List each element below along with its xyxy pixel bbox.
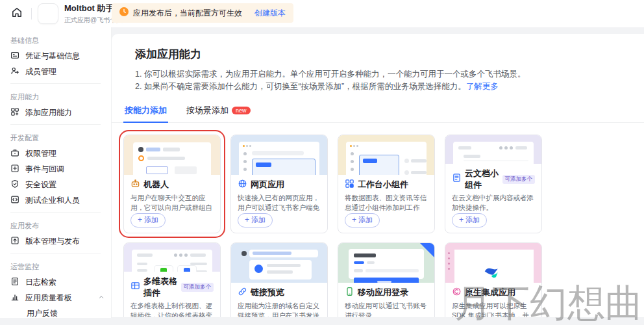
card-description: 在多维表格上制作视图、逻辑插件，让你的多维表格变得更强大。 [130,301,214,318]
log-document-icon [10,277,19,288]
mobile-phone-icon [345,287,354,299]
plus-icon: + [459,216,464,224]
card-robot[interactable]: 机器人 与用户在聊天中交互的应用，它可以向用户或群组自动发送消息、响应用户的消.… [123,135,221,233]
app-name: Moltbot 助手 [64,3,114,14]
card-description: 与用户在聊天中交互的应用，它可以向用户或群组自动发送消息、响应用户的消... [130,193,214,213]
sidebar-item-label: 测试企业和人员 [25,195,80,206]
new-badge: new [232,107,251,114]
docs-widget-preview-image [445,135,541,164]
sidebar-section-release: 应用发布 [0,216,111,233]
sidebar-item-label: 应用质量看板 [25,292,92,304]
sidebar-item-events[interactable]: 事件与回调 [0,161,111,177]
sidebar-item-security[interactable]: 安全设置 [0,177,111,192]
multi-add-badge: 可添加多个 [502,175,536,184]
top-header: Moltbot 助手 待上线 正式应用@飞书个人版 应用发布后，当前配置方可生效… [0,0,644,27]
sidebar-item-user-feedback[interactable]: 用户反馈 [0,306,111,318]
sidebar-item-label: 凭证与基础信息 [25,51,80,62]
multi-add-badge: 可添加多个 [181,283,214,292]
card-mobile-login[interactable]: 移动应用登录 移动应用可以通过飞书账号进行登录。 +添加 [338,242,435,318]
card-title: 机器人 [143,179,169,190]
card-description: 将数据图表、图文资讯等信息通过小组件添加到工作台。 [345,193,428,213]
header-divider [31,8,32,20]
card-base-plugin[interactable]: 多维表格插件 可添加多个 在多维表格上制作视图、逻辑插件，让你的多维表格变得更强… [123,242,221,318]
add-button[interactable]: +添加 [238,213,273,228]
sidebar-item-quality-dashboard[interactable]: 应用质量看板 [0,290,111,306]
card-title: 多维表格插件 [143,276,178,299]
sidebar-item-log-search[interactable]: 日志检索 [0,274,111,290]
page-title: 添加应用能力 [135,47,644,62]
add-button[interactable]: +添加 [345,213,380,228]
sidebar-item-permissions[interactable]: 权限管理 [0,146,111,161]
sidebar-subitem-label: 用户反馈 [27,308,58,318]
main-area: 添加应用能力 1. 你可以根据实际需求，为应用开启能力。单个应用可开启多种能力，… [112,27,644,325]
sidebar-item-label: 添加应用能力 [25,107,72,118]
card-title: 链接预览 [251,287,284,298]
robot-icon [130,179,140,191]
members-icon [10,66,19,77]
sidebar-item-label: 成员管理 [25,66,56,77]
card-native-app[interactable]: 原生集成应用 原生集成应用可以把原生 SDK 集成到飞书本地，并调用其中的对应方… [445,242,542,318]
card-docs-widget[interactable]: 云文档小组件 可添加多个 在云文档中扩展内容或者添加快捷操作。 +添加 [445,135,542,233]
event-callback-icon [10,164,19,175]
permission-icon [10,148,19,159]
sidebar-divider [10,124,101,125]
plus-icon: + [138,216,142,224]
create-version-link[interactable]: 创建版本 [254,8,286,19]
intro-line-1: 1. 你可以根据实际需求，为应用开启能力。单个应用可开启多种能力，一个能力可用于… [135,68,644,81]
add-button[interactable]: +添加 [130,213,166,228]
sidebar-section-dev-config: 开发配置 [0,129,111,146]
card-workplace-widget[interactable]: 工作台小组件 将数据图表、图文资讯等信息通过小组件添加到工作台。 +添加 [338,135,435,233]
learn-more-link[interactable]: 了解更多 [466,82,499,91]
tab-by-scenario[interactable]: 按场景添加new [185,102,252,122]
warning-clock-icon [119,7,129,19]
card-description: 移动应用可以通过飞书账号进行登录。 [345,301,428,318]
sidebar-item-credentials[interactable]: 凭证与基础信息 [0,48,111,64]
webapp-globe-icon [238,179,247,191]
native-app-preview-image [445,243,541,283]
bar-chart-icon [10,292,19,304]
sidebar-item-version-release[interactable]: 版本管理与发布 [0,233,111,249]
add-capability-icon [10,107,19,118]
plus-icon: + [352,216,356,224]
intro-text: 1. 你可以根据实际需求，为应用开启能力。单个应用可开启多种能力，一个能力可用于… [135,68,644,93]
sidebar-item-members[interactable]: 成员管理 [0,64,111,79]
card-link-preview[interactable]: 链接预览 应用能为注册的域名自定义链接预览，用户在飞书发送链接后，能在链接下方展… [230,242,328,318]
sidebar-item-add-capability[interactable]: 添加应用能力 [0,105,111,120]
home-icon [11,6,23,21]
link-preview-preview-image [231,243,327,283]
code-brackets-icon [10,195,19,206]
sidebar-section-capability: 应用能力 [0,88,111,105]
base-table-icon [130,281,140,293]
doc-widget-icon [452,173,462,185]
sidebar-item-test-company[interactable]: 测试企业和人员 [0,192,111,208]
robot-preview-image [124,135,220,175]
sidebar-item-label: 事件与回调 [25,164,64,175]
home-button[interactable] [8,5,25,22]
add-button[interactable]: +添加 [452,213,487,228]
plus-icon: + [245,216,249,224]
sidebar: 基础信息 凭证与基础信息 成员管理 应用能力 添加应用能力 开发配置 权限管理 … [0,27,112,318]
mobile-login-preview-image [338,243,434,283]
card-webapp[interactable]: 网页应用 快速接入已有的网页应用，用户可以通过飞书客户端免登录快速进入。 +添加 [230,135,328,233]
tabs: 按能力添加 按场景添加new [112,102,644,123]
card-description: 应用能为注册的域名自定义链接预览，用户在飞书发送链接后，能在链接下方展示... [238,301,321,318]
card-description: 在云文档中扩展内容或者添加快捷操作。 [452,193,535,213]
card-title: 原生集成应用 [465,287,515,298]
content-panel: 添加应用能力 1. 你可以根据实际需求，为应用开启能力。单个应用可开启多种能力，… [112,34,644,317]
webapp-preview-image [231,135,327,175]
intro-line-2: 2. 如果尚不确定需要添加什么能力，可切换至“按场景添加”，根据所需的业务场景选… [135,81,644,93]
credential-icon [10,51,19,62]
capability-grid: 机器人 与用户在聊天中交互的应用，它可以向用户或群组自动发送消息、响应用户的消.… [123,135,644,318]
sidebar-section-basic-info: 基础信息 [0,31,111,48]
tab-by-capability[interactable]: 按能力添加 [123,102,168,123]
sidebar-section-monitoring: 运营监控 [0,257,111,274]
card-title: 云文档小组件 [465,168,499,191]
base-plugin-preview-image [124,243,220,272]
chevron-up-icon[interactable] [98,293,105,302]
sidebar-divider [10,83,101,84]
sidebar-item-label: 日志检索 [25,277,56,288]
corner-ribbon [420,243,434,257]
shield-check-icon [10,179,19,190]
link-icon [238,287,247,299]
card-title: 移动应用登录 [358,287,408,298]
